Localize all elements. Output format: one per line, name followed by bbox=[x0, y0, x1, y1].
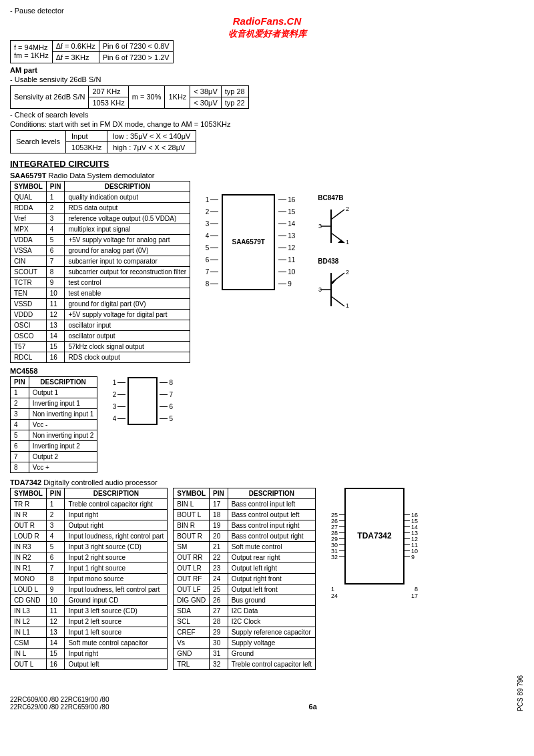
pause-detector-label: - Pause detector bbox=[10, 7, 524, 15]
pin-row-10: 10 bbox=[278, 266, 301, 278]
table-row: 7Output 2 bbox=[11, 451, 97, 462]
table-row: OUT RF24Output right front bbox=[174, 573, 316, 584]
tda7342-chip-wrap: 25 26 27 28 29 30 31 32 TDA7342 16 bbox=[324, 488, 425, 585]
table-row: T571557kHz clock signal output bbox=[11, 341, 190, 352]
tda7342-header: TDA7342 Digitally controlled audio proce… bbox=[10, 478, 524, 486]
tda-left-pins: 25 26 27 28 29 30 31 32 bbox=[324, 512, 344, 560]
tda-col-sym1: SYMBOL bbox=[11, 488, 47, 498]
table-row: TCTR9test control bbox=[11, 277, 190, 288]
pin-row-8: 8 bbox=[196, 278, 218, 290]
saa6579-chip-label: SAA6579T bbox=[232, 238, 264, 246]
tda-right-pins: 16 15 14 13 12 11 10 9 bbox=[405, 512, 425, 560]
mc4558-section: MC4558 PIN DESCRIPTION 1Output 12Inverti… bbox=[10, 367, 524, 473]
pin-row-2: 2 bbox=[196, 206, 218, 218]
table-row: CSM14Soft mute control capacitor bbox=[11, 637, 168, 648]
left-pins: 1 2 3 4 5 6 7 8 bbox=[196, 194, 218, 290]
mc-pin-8: 8 bbox=[160, 377, 181, 389]
table-row: 1Output 1 bbox=[11, 387, 97, 398]
pin-row-16: 16 bbox=[278, 194, 301, 206]
pin-row-3: 3 bbox=[196, 218, 218, 230]
freq-1khz: 1KHz bbox=[165, 85, 190, 108]
col-symbol: SYMBOL bbox=[11, 181, 47, 192]
table-row: RDDA2RDS data output bbox=[11, 202, 190, 213]
table-row: SCL28I2C Clock bbox=[174, 616, 316, 627]
table-row: IN R26Input 2 right source bbox=[11, 552, 168, 562]
table-row: QUAL1quality indication output bbox=[11, 192, 190, 202]
conditions-text: Conditions: start with set in FM DX mode… bbox=[10, 120, 524, 128]
saa6579-table-wrap: SYMBOL PIN DESCRIPTION QUAL1quality indi… bbox=[10, 181, 190, 363]
table-row: 6Inverting input 2 bbox=[11, 440, 97, 451]
tda-pin-32: 32 bbox=[324, 554, 344, 560]
table-row: VDDD12+5V supply voltage for digital par… bbox=[11, 309, 190, 320]
table-row: IN L15Input right bbox=[11, 648, 168, 659]
table-row: 3Non inverting input 1 bbox=[11, 408, 97, 419]
pin-row-11: 11 bbox=[278, 254, 301, 266]
table-row: OUT RR22Output rear right bbox=[174, 552, 316, 562]
table-row: CD GND10Ground input CD bbox=[11, 595, 168, 605]
delta-f1-cell: Δf = 0.6KHz bbox=[52, 40, 99, 51]
bd438-symbol: 2 1 3 bbox=[318, 266, 354, 313]
mc4558-diagram: 1 2 3 4 8 7 6 5 bbox=[104, 377, 181, 425]
table-row: 8Vcc + bbox=[11, 462, 97, 472]
pause-detector-section: - Pause detector RadioFans.CN 收音机爱好者资料库 … bbox=[10, 7, 524, 63]
tda-col-desc2: DESCRIPTION bbox=[228, 488, 315, 498]
pin2-cell: Pin 6 of 7230 > 1.2V bbox=[99, 51, 173, 63]
saa6579-name: SAA6579T bbox=[10, 171, 46, 179]
table-row: SM21Soft mute control bbox=[174, 541, 316, 552]
mc-col-pin: PIN bbox=[11, 376, 29, 387]
mc4558-chip-box bbox=[127, 377, 158, 425]
freq-207: 207 KHz bbox=[89, 85, 128, 97]
tda-col-pin2: PIN bbox=[210, 488, 228, 498]
table-row: OUT LR23Output left right bbox=[174, 562, 316, 573]
svg-text:3: 3 bbox=[318, 286, 322, 293]
ref-nums: 22RC609/00 /80 22RC619/00 /80 22RC629/00… bbox=[10, 696, 109, 711]
table-row: IN R2Input right bbox=[11, 509, 168, 520]
mc4558-table: PIN DESCRIPTION 1Output 12Inverting inpu… bbox=[10, 376, 97, 473]
saa6579-diagram: 1 2 3 4 5 6 7 8 SAA6579T 16 15 14 13 bbox=[196, 194, 354, 314]
mc-col-desc: DESCRIPTION bbox=[29, 376, 97, 387]
delta-f2-cell: Δf = 3KHz bbox=[52, 51, 99, 63]
search-levels-table: Search levels Input low : 35μV < X < 140… bbox=[10, 130, 196, 153]
tda7342-table-right: SYMBOL PIN DESCRIPTION BIN L17Bass contr… bbox=[173, 488, 316, 670]
integrated-title: INTEGRATED CIRCUITS bbox=[10, 159, 524, 169]
table-row: CREF29Supply reference capacitor bbox=[174, 627, 316, 637]
table-row: 2Inverting input 1 bbox=[11, 398, 97, 408]
table-row: OUT LF25Output left front bbox=[174, 584, 316, 595]
saa6579-section: SAA6579T Radio Data System demodulator S… bbox=[10, 171, 524, 363]
mc4558-name: MC4558 bbox=[10, 367, 97, 375]
tda7342-section: TDA7342 Digitally controlled audio proce… bbox=[10, 478, 524, 670]
table-row: MPX4multiplex input signal bbox=[11, 224, 190, 234]
integrated-circuits-section: INTEGRATED CIRCUITS SAA6579T Radio Data … bbox=[10, 159, 524, 670]
mc4558-content: MC4558 PIN DESCRIPTION 1Output 12Inverti… bbox=[10, 367, 524, 473]
svg-text:1: 1 bbox=[346, 239, 349, 246]
am-subtitle: - Usable sensivity 26dB S/N bbox=[10, 75, 524, 83]
tda7342-table-left: SYMBOL PIN DESCRIPTION TR R1Treble contr… bbox=[10, 488, 168, 670]
mc-pin-7: 7 bbox=[160, 389, 181, 401]
mc-pin-5: 5 bbox=[160, 413, 181, 425]
pin-row-9: 9 bbox=[278, 278, 301, 290]
pin-row-7: 7 bbox=[196, 266, 218, 278]
uv-38: < 38μV bbox=[190, 85, 221, 97]
table-row: LOUD R4Input loudness, right control par… bbox=[11, 530, 168, 541]
pause-detector-table: f = 94MHz fm = 1KHz Δf = 0.6KHz Pin 6 of… bbox=[10, 40, 174, 63]
saa6579-chip-box: SAA6579T bbox=[222, 194, 275, 290]
high-range: high : 7μV < X < 28μV bbox=[107, 141, 196, 153]
svg-line-10 bbox=[331, 273, 344, 283]
mc-pin-4: 4 bbox=[104, 413, 125, 425]
freq-cell: f = 94MHz fm = 1KHz bbox=[11, 40, 53, 63]
table-row: GND31Ground bbox=[174, 648, 316, 659]
table-row: IN R35Input 3 right source (CD) bbox=[11, 541, 168, 552]
table-row: 4Vcc - bbox=[11, 419, 97, 430]
table-row: Vs30Supply voltage bbox=[174, 637, 316, 648]
bc847b-symbol: 2 1 3 bbox=[318, 203, 354, 250]
pin-row-12: 12 bbox=[278, 242, 301, 254]
freq-1053: 1053 KHz bbox=[89, 97, 128, 108]
table-row: VSSA6ground for analog part (0V) bbox=[11, 245, 190, 256]
table-row: 5Non inverting input 2 bbox=[11, 430, 97, 440]
table-row: Vref3reference voltage output (0.5 VDDA) bbox=[11, 213, 190, 224]
tda-col-pin1: PIN bbox=[46, 488, 65, 498]
typ28: typ 28 bbox=[221, 85, 248, 97]
table-row: VDDA5+5V supply voltage for analog part bbox=[11, 234, 190, 245]
tda-top-labels: 2417 bbox=[331, 593, 418, 599]
mc-pin-3: 3 bbox=[104, 401, 125, 413]
